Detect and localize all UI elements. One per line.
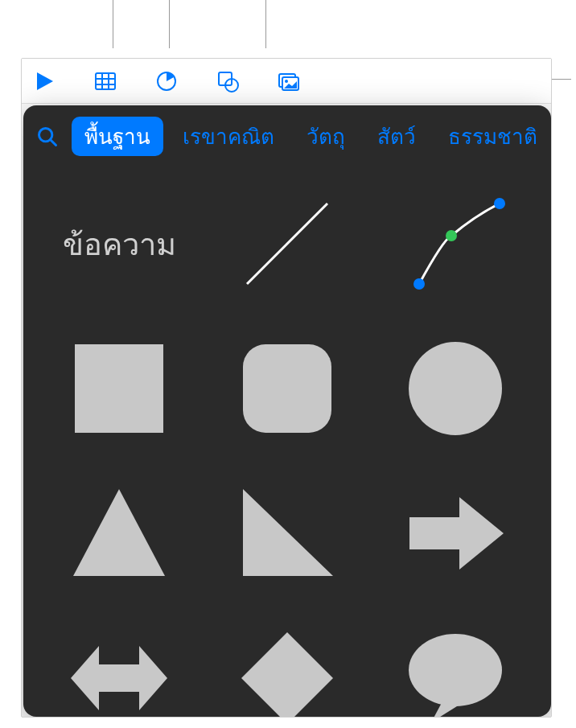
shape-line[interactable] (216, 183, 360, 304)
tab-nature[interactable]: ธรรมชาติ (435, 117, 550, 156)
arrow-both-icon (67, 626, 171, 717)
svg-point-15 (446, 230, 457, 241)
svg-point-20 (409, 634, 502, 706)
svg-rect-18 (243, 344, 331, 433)
table-button[interactable] (91, 67, 120, 96)
media-icon (277, 69, 301, 93)
shape-curve[interactable] (383, 183, 527, 304)
shape-button[interactable] (213, 67, 242, 96)
shape-rounded-square[interactable] (216, 328, 360, 449)
table-icon (93, 69, 117, 93)
shape-speech-bubble[interactable] (383, 618, 527, 717)
right-triangle-icon (235, 481, 339, 586)
svg-line-12 (51, 139, 56, 145)
tab-geometry[interactable]: เรขาคณิต (170, 117, 287, 156)
callout-line-2 (169, 0, 170, 48)
svg-rect-0 (96, 73, 115, 89)
text-shape-label: ข้อความ (63, 220, 176, 269)
media-button[interactable] (274, 67, 303, 96)
callout-line-1 (113, 0, 113, 48)
popover-arrow (265, 105, 284, 107)
shape-diamond[interactable] (216, 618, 360, 717)
chart-icon (154, 69, 179, 93)
tab-basic[interactable]: พื้นฐาน (72, 117, 163, 156)
shapes-popover: พื้นฐาน เรขาคณิต วัตถุ สัตว์ ธรรมชาติ ข้… (23, 105, 551, 717)
speech-bubble-icon (403, 626, 508, 717)
tab-objects[interactable]: วัตถุ (294, 117, 358, 156)
shape-square[interactable] (47, 328, 191, 449)
play-button[interactable] (30, 67, 59, 96)
square-icon (67, 336, 171, 441)
shape-right-triangle[interactable] (216, 473, 360, 594)
shape-icon (216, 69, 240, 93)
toolbar (22, 59, 551, 104)
arrow-right-icon (403, 481, 508, 586)
shape-arrow-both[interactable] (47, 618, 191, 717)
shape-triangle[interactable] (47, 473, 191, 594)
shape-text[interactable]: ข้อความ (47, 183, 191, 304)
svg-point-16 (494, 198, 505, 209)
rounded-square-icon (235, 336, 339, 441)
svg-rect-17 (75, 344, 163, 433)
app-window: พื้นฐาน เรขาคณิต วัตถุ สัตว์ ธรรมชาติ ข้… (21, 58, 552, 718)
search-icon (36, 125, 59, 148)
triangle-icon (67, 481, 171, 586)
svg-point-10 (285, 80, 288, 83)
circle-icon (403, 336, 508, 441)
play-icon (32, 69, 56, 93)
tab-animals[interactable]: สัตว์ (364, 117, 429, 156)
shapes-grid: ข้อความ (23, 167, 551, 717)
chart-button[interactable] (152, 67, 181, 96)
line-icon (235, 191, 339, 296)
diamond-icon (235, 626, 339, 717)
shape-arrow-right[interactable] (383, 473, 527, 594)
shape-circle[interactable] (383, 328, 527, 449)
svg-point-14 (413, 278, 425, 290)
curve-icon (403, 191, 508, 296)
svg-point-19 (409, 342, 502, 435)
search-button[interactable] (36, 123, 59, 150)
callout-line-3 (265, 0, 266, 48)
category-tabs: พื้นฐาน เรขาคณิต วัตถุ สัตว์ ธรรมชาติ (23, 105, 551, 167)
svg-line-13 (247, 204, 327, 284)
